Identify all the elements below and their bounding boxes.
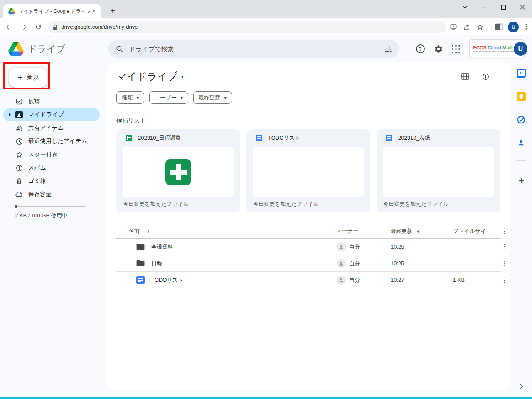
sort-menu-caret-icon[interactable]: ▼ — [416, 229, 420, 234]
new-button[interactable]: + 新規 — [9, 68, 47, 88]
owner-name: 自分 — [349, 260, 360, 267]
star-icon — [15, 150, 23, 159]
sheets-file-icon — [126, 135, 132, 141]
drive-search-bar[interactable] — [108, 40, 399, 58]
settings-gear-icon[interactable] — [429, 35, 448, 62]
my-drive-icon — [15, 111, 23, 119]
filter-chip-modified[interactable]: 最終更新 ▾ — [193, 91, 232, 104]
bookmark-star-icon[interactable] — [474, 21, 486, 33]
get-add-ons-plus-icon[interactable]: + — [516, 175, 526, 185]
table-options-kebab-icon[interactable]: ⋮ — [500, 227, 510, 235]
workspace-side-rail: 31 + — [510, 62, 532, 397]
file-name: 日報 — [151, 260, 162, 267]
docs-file-icon — [256, 135, 262, 141]
col-header-name[interactable]: 名前 — [129, 227, 140, 235]
expand-arrow-icon[interactable] — [9, 113, 11, 116]
col-header-modified[interactable]: 最終更新 — [391, 228, 412, 234]
minimize-button[interactable] — [475, 2, 494, 12]
file-card[interactable]: 202310_表紙 今日変更を加えたファイル — [377, 129, 500, 212]
browser-tab[interactable]: マイドライブ - Google ドライブ × — [3, 4, 101, 18]
bottom-edge-strip — [0, 397, 532, 399]
drive-app: ドライブ ? ECCS Cloud — [0, 35, 532, 397]
sidebar-nav: 候補 マイドライブ 共有アイテム — [0, 95, 106, 201]
docs-file-icon — [136, 276, 145, 284]
sidebar-item-suggested[interactable]: 候補 — [3, 95, 100, 108]
drive-logo[interactable]: ドライブ — [8, 42, 65, 56]
eccs-logo: ECCS Cloud Mail Information Technology C… — [473, 45, 514, 52]
row-kebab-icon[interactable]: ⋮ — [500, 259, 510, 267]
storage-usage-text: 2 KB / 100 GB 使用中 — [15, 212, 67, 219]
col-header-owner[interactable]: オーナー — [337, 227, 359, 235]
chip-label: 最終更新 — [199, 94, 220, 101]
filter-chip-people[interactable]: ユーザー ▾ — [149, 91, 188, 104]
close-window-button[interactable] — [513, 2, 532, 12]
filter-chip-type[interactable]: 種類 ▾ — [116, 91, 144, 104]
account-badge[interactable]: ECCS Cloud Mail Information Technology C… — [469, 39, 525, 58]
app-name: ドライブ — [28, 43, 65, 55]
sort-ascending-icon[interactable]: ↑ — [147, 228, 150, 234]
show-side-panel-chevron-icon[interactable] — [516, 382, 526, 392]
page-title[interactable]: マイドライブ — [116, 70, 177, 83]
trash-icon — [15, 177, 23, 185]
file-card-caption: 今日変更を加えたファイル — [383, 200, 449, 208]
new-tab-button[interactable]: + — [108, 7, 117, 16]
sidebar-item-spam[interactable]: スパム — [3, 161, 100, 175]
sidebar-item-label: 最近使用したアイテム — [28, 138, 87, 145]
modified-time: 10:25 — [391, 244, 453, 250]
title-dropdown-caret-icon[interactable]: ▾ — [181, 74, 184, 80]
file-name: TODOリスト — [151, 276, 183, 284]
grid-view-icon[interactable] — [461, 73, 469, 80]
sidebar-item-my-drive[interactable]: マイドライブ — [3, 108, 100, 121]
shared-people-icon — [15, 124, 23, 132]
reload-icon[interactable] — [32, 21, 45, 33]
sidebar-item-label: スパム — [28, 164, 46, 172]
table-row[interactable]: TODOリスト 自分 10:27 1 KB ⋮ — [116, 272, 501, 288]
sidebar-item-storage[interactable]: 保存容量 — [3, 188, 100, 201]
install-icon[interactable] — [448, 21, 459, 33]
address-bar[interactable]: drive.google.com/drive/my-drive — [48, 21, 446, 33]
contacts-icon[interactable] — [516, 138, 526, 148]
sidebar-item-label: マイドライブ — [28, 111, 64, 118]
sidebar-item-recent[interactable]: 最近使用したアイテム — [3, 135, 100, 148]
file-card-caption: 今日変更を加えたファイル — [253, 200, 319, 208]
browser-menu-kebab-icon[interactable]: ⋮ — [520, 21, 532, 33]
row-kebab-icon[interactable]: ⋮ — [500, 243, 510, 251]
suggested-check-icon — [15, 97, 23, 106]
chevron-down-icon: ▾ — [181, 96, 183, 100]
search-input[interactable] — [129, 45, 384, 52]
modified-time: 10:25 — [391, 260, 453, 266]
sidebar-item-shared[interactable]: 共有アイテム — [3, 121, 100, 135]
eccs-subtitle: Information Technology Center, The Unive… — [473, 51, 514, 52]
tasks-icon[interactable] — [516, 115, 526, 125]
table-header-row: 名前 ↑ オーナー 最終更新 ▼ ファイルサイ ⋮ — [116, 224, 501, 239]
file-size: — — [453, 244, 498, 250]
sidebar-item-label: 保存容量 — [28, 191, 52, 198]
browser-profile-avatar[interactable]: U — [508, 22, 519, 32]
suggested-section-label: 候補リスト — [116, 117, 501, 125]
google-apps-grid-icon[interactable] — [447, 35, 465, 62]
file-card[interactable]: 202310_日程調整 今日変更を加えたファイル — [116, 129, 240, 212]
sidebar-item-starred[interactable]: スター付き — [3, 148, 100, 161]
tab-search-chevron-icon[interactable] — [456, 2, 475, 12]
back-icon[interactable] — [2, 21, 15, 33]
file-card[interactable]: TODOリスト 今日変更を加えたファイル — [246, 129, 370, 212]
help-icon[interactable]: ? — [411, 35, 429, 62]
sidebar-item-label: 候補 — [28, 98, 40, 105]
account-avatar[interactable]: U — [514, 42, 527, 56]
share-icon[interactable] — [461, 21, 473, 33]
row-kebab-icon[interactable]: ⋮ — [500, 276, 510, 284]
col-header-size[interactable]: ファイルサイ — [453, 228, 486, 234]
sidebar-item-trash[interactable]: ゴミ箱 — [3, 175, 100, 188]
file-size: 1 KB — [453, 277, 498, 283]
table-row[interactable]: 日報 自分 10:25 — ⋮ — [116, 255, 501, 272]
keep-icon[interactable] — [516, 91, 526, 101]
forward-icon[interactable] — [17, 21, 30, 33]
side-panel-icon[interactable] — [493, 21, 505, 33]
tab-close-icon[interactable]: × — [90, 8, 97, 15]
table-row[interactable]: 会議資料 自分 10:25 — ⋮ — [116, 239, 501, 255]
info-icon[interactable] — [482, 73, 490, 81]
calendar-icon[interactable]: 31 — [516, 68, 526, 78]
file-card-title: TODOリスト — [268, 134, 300, 142]
maximize-button[interactable] — [494, 2, 513, 12]
search-options-tune-icon[interactable] — [384, 45, 392, 53]
